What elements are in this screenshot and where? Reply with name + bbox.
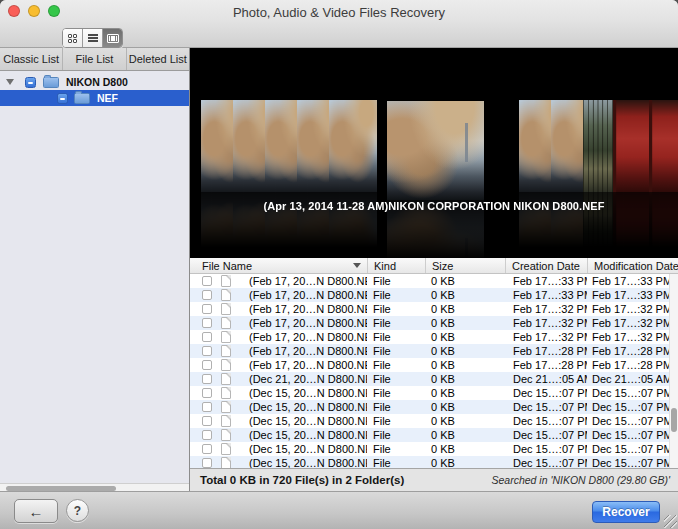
cell-file-name: (Dec 15, 20…N D800.NEF: [190, 415, 367, 427]
cell-kind: File: [367, 289, 425, 301]
tab-file-list[interactable]: File List: [63, 48, 126, 70]
cell-modification-date: Feb 17…:28 PM: [587, 345, 678, 357]
view-mode-segmented-control: [62, 28, 123, 48]
file-checkbox[interactable]: [202, 458, 212, 468]
cell-file-name: (Dec 15, 20…N D800.NEF: [190, 429, 367, 441]
table-vertical-scrollbar[interactable]: [669, 274, 678, 468]
cell-kind: File: [367, 359, 425, 371]
file-checkbox[interactable]: [202, 402, 212, 412]
file-name-text: (Dec 21, 20…N D800.NEF: [249, 373, 367, 385]
table-row[interactable]: (Feb 17, 20…N D800.NEFFile0 KBFeb 17…:33…: [190, 288, 678, 302]
cell-modification-date: Feb 17…:32 PM: [587, 317, 678, 329]
file-checkbox[interactable]: [202, 444, 212, 454]
list-view-button[interactable]: [83, 29, 103, 47]
document-icon: [221, 345, 231, 357]
grid-view-button[interactable]: [63, 29, 83, 47]
recover-button[interactable]: Recover: [592, 501, 660, 523]
window-header: Photo, Audio & Video Files Recovery: [0, 0, 678, 48]
file-checkbox[interactable]: [202, 318, 212, 328]
table-row[interactable]: (Feb 17, 20…N D800.NEFFile0 KBFeb 17…:28…: [190, 344, 678, 358]
table-row[interactable]: (Dec 15, 20…N D800.NEFFile0 KBDec 15…:07…: [190, 386, 678, 400]
file-checkbox[interactable]: [202, 332, 212, 342]
tab-classic-list[interactable]: Classic List: [0, 48, 63, 70]
file-checkbox[interactable]: [202, 416, 212, 426]
cell-creation-date: Dec 15…:07 PM: [505, 443, 587, 455]
bottom-bar: ← ? Recover: [0, 491, 678, 529]
scrollbar-thumb[interactable]: [6, 486, 116, 491]
table-row[interactable]: (Feb 17, 20…N D800.NEFFile0 KBFeb 17…:32…: [190, 330, 678, 344]
column-header-creation-date[interactable]: Creation Date: [505, 258, 587, 273]
file-name-text: (Dec 15, 20…N D800.NEF: [249, 387, 367, 399]
sidebar-tab-bar: Classic List File List Deleted List: [0, 48, 189, 71]
disclosure-triangle-icon[interactable]: [6, 79, 14, 85]
folder-tree: NIKON D800 NEF: [0, 71, 189, 106]
tab-deleted-list[interactable]: Deleted List: [127, 48, 189, 70]
column-header-modification-date[interactable]: Modification Date: [587, 258, 678, 273]
table-row[interactable]: (Dec 15, 20…N D800.NEFFile0 KBDec 15…:07…: [190, 442, 678, 456]
tree-item-label: NEF: [97, 92, 118, 104]
column-header-size[interactable]: Size: [425, 258, 505, 273]
file-name-text: (Dec 15, 20…N D800.NEF: [249, 443, 367, 455]
file-table-body: (Feb 17, 20…N D800.NEFFile0 KBFeb 17…:33…: [190, 274, 678, 468]
file-checkbox[interactable]: [202, 346, 212, 356]
file-name-text: (Feb 17, 20…N D800.NEF: [249, 345, 367, 357]
photo-thumbnail: [649, 100, 678, 192]
status-total-text: Total 0 KB in 720 File(s) in 2 Folder(s): [200, 474, 404, 486]
document-icon: [221, 275, 231, 287]
file-checkbox[interactable]: [202, 388, 212, 398]
scrollbar-thumb[interactable]: [671, 408, 677, 432]
coverflow-item[interactable]: [329, 100, 377, 192]
file-checkbox[interactable]: [202, 430, 212, 440]
table-row[interactable]: (Dec 21, 20…N D800.NEFFile0 KBDec 21…:05…: [190, 372, 678, 386]
cell-file-name: (Dec 15, 20…N D800.NEF: [190, 387, 367, 399]
document-icon: [221, 443, 231, 455]
document-icon: [221, 289, 231, 301]
tree-item-nikon-d800[interactable]: NIKON D800: [0, 74, 189, 90]
photo-thumbnail: [329, 100, 377, 192]
folder-icon: [43, 77, 59, 88]
file-checkbox[interactable]: [202, 290, 212, 300]
cell-size: 0 KB: [425, 303, 505, 315]
table-row[interactable]: (Dec 15, 20…N D800.NEFFile0 KBDec 15…:07…: [190, 414, 678, 428]
cell-kind: File: [367, 429, 425, 441]
folder-checkbox[interactable]: [57, 93, 68, 104]
cell-kind: File: [367, 401, 425, 413]
coverflow-item[interactable]: [387, 101, 484, 200]
cell-size: 0 KB: [425, 275, 505, 287]
document-icon: [221, 303, 231, 315]
table-row[interactable]: (Feb 17, 20…N D800.NEFFile0 KBFeb 17…:32…: [190, 316, 678, 330]
file-checkbox[interactable]: [202, 360, 212, 370]
table-row[interactable]: (Feb 17, 20…N D800.NEFFile0 KBFeb 17…:28…: [190, 358, 678, 372]
folder-checkbox[interactable]: [25, 77, 36, 88]
file-checkbox[interactable]: [202, 304, 212, 314]
status-searched-text: Searched in 'NIKON D800 (29.80 GB)': [491, 474, 670, 486]
cell-kind: File: [367, 457, 425, 468]
back-arrow-icon: ←: [29, 503, 44, 520]
table-row[interactable]: (Dec 15, 20…N D800.NEFFile0 KBDec 15…:07…: [190, 456, 678, 468]
help-button[interactable]: ?: [66, 499, 89, 522]
cell-file-name: (Feb 17, 20…N D800.NEF: [190, 275, 367, 287]
resize-grip[interactable]: [664, 515, 677, 528]
sidebar-horizontal-scrollbar[interactable]: [0, 483, 189, 491]
column-header-kind[interactable]: Kind: [367, 258, 425, 273]
cell-modification-date: Dec 15…:07 PM: [587, 429, 678, 441]
table-row[interactable]: (Feb 17, 20…N D800.NEFFile0 KBFeb 17…:33…: [190, 274, 678, 288]
file-checkbox[interactable]: [202, 374, 212, 384]
coverflow-item[interactable]: [649, 100, 678, 192]
help-icon: ?: [74, 504, 81, 518]
table-row[interactable]: (Feb 17, 20…N D800.NEFFile0 KBFeb 17…:32…: [190, 302, 678, 316]
cell-file-name: (Feb 17, 20…N D800.NEF: [190, 359, 367, 371]
file-checkbox[interactable]: [202, 276, 212, 286]
coverflow-caption: (Apr 13, 2014 11-28 AM)NIKON CORPORATION…: [190, 200, 678, 212]
column-header-file-name[interactable]: File Name: [190, 258, 367, 273]
document-icon: [221, 373, 231, 385]
coverflow-view-button[interactable]: [103, 29, 122, 47]
table-row[interactable]: (Dec 15, 20…N D800.NEFFile0 KBDec 15…:07…: [190, 428, 678, 442]
cell-size: 0 KB: [425, 289, 505, 301]
coverflow-view-icon: [107, 34, 119, 43]
file-name-text: (Feb 17, 20…N D800.NEF: [249, 359, 367, 371]
table-row[interactable]: (Dec 15, 20…N D800.NEFFile0 KBDec 15…:07…: [190, 400, 678, 414]
tree-item-nef[interactable]: NEF: [0, 90, 189, 106]
back-button[interactable]: ←: [14, 499, 58, 523]
cell-size: 0 KB: [425, 387, 505, 399]
